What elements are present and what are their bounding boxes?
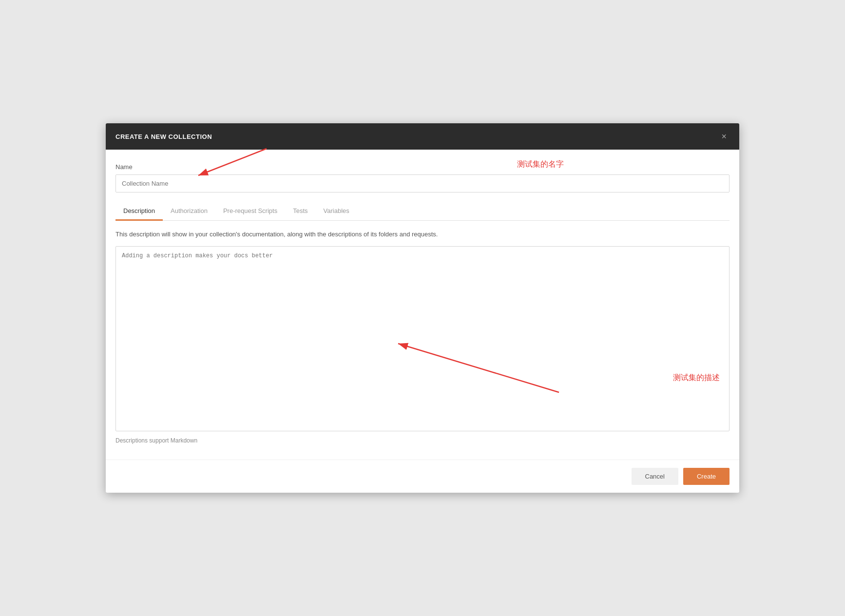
collection-name-input[interactable] — [115, 174, 730, 192]
create-button[interactable]: Create — [683, 468, 730, 485]
textarea-wrapper: 测试集的描述 — [115, 246, 730, 433]
tabs-container: Description Authorization Pre-request Sc… — [115, 202, 730, 221]
tab-variables[interactable]: Variables — [316, 202, 357, 221]
dialog-footer: Cancel Create — [106, 460, 739, 493]
dialog-header: CREATE A NEW COLLECTION × — [106, 123, 739, 150]
name-field-label: Name — [115, 163, 730, 171]
close-button[interactable]: × — [718, 131, 730, 142]
cancel-button[interactable]: Cancel — [632, 468, 678, 485]
create-collection-dialog: CREATE A NEW COLLECTION × 测试集的名字 Name — [106, 123, 739, 493]
tab-tests[interactable]: Tests — [285, 202, 315, 221]
description-info-text: This description will show in your colle… — [115, 230, 730, 239]
tab-content-description: This description will show in your colle… — [115, 221, 730, 460]
description-textarea[interactable] — [115, 246, 730, 431]
dialog-body: 测试集的名字 Name Description Authori — [106, 150, 739, 460]
dialog-title: CREATE A NEW COLLECTION — [115, 133, 212, 140]
tab-authorization[interactable]: Authorization — [163, 202, 215, 221]
tab-description[interactable]: Description — [115, 202, 163, 221]
tab-pre-request-scripts[interactable]: Pre-request Scripts — [215, 202, 285, 221]
markdown-hint: Descriptions support Markdown — [115, 437, 730, 451]
